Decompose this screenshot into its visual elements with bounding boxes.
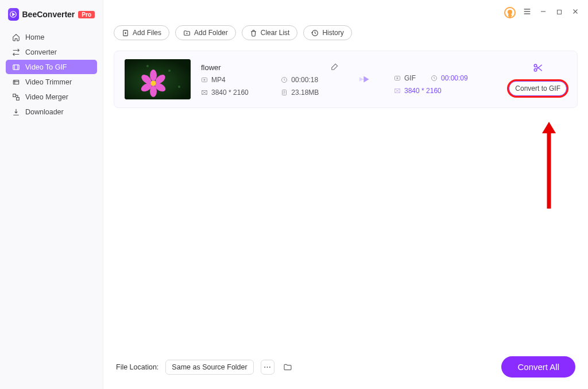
- target-format: GIF: [394, 74, 416, 82]
- convert-to-gif-button[interactable]: Convert to GIF: [509, 81, 567, 96]
- convert-all-button[interactable]: Convert All: [501, 356, 575, 378]
- file-name: flower: [201, 63, 221, 72]
- button-label: Add Folder: [194, 29, 228, 37]
- trim-icon[interactable]: [533, 63, 543, 75]
- app-logo-icon: [8, 8, 19, 21]
- home-icon: [11, 33, 20, 41]
- file-location-value: Same as Source Folder: [172, 363, 247, 371]
- window-close-icon[interactable]: [571, 7, 580, 18]
- file-card: flower MP4 00:00:18: [114, 51, 578, 108]
- svg-rect-3: [13, 94, 16, 97]
- button-label: Clear List: [261, 29, 290, 37]
- svg-point-28: [534, 69, 537, 72]
- gif-icon: [11, 63, 20, 71]
- window-maximize-icon[interactable]: [555, 7, 564, 18]
- app-name: BeeConverter: [22, 10, 75, 19]
- file-thumbnail[interactable]: [125, 59, 191, 99]
- svg-point-10: [168, 70, 171, 72]
- svg-rect-2: [13, 80, 18, 84]
- download-icon: [11, 107, 20, 116]
- sidebar: BeeConverter Pro Home Converter Video To…: [0, 0, 103, 389]
- arrow-right-icon: [358, 74, 374, 85]
- clear-list-button[interactable]: Clear List: [242, 25, 298, 40]
- svg-rect-1: [13, 64, 19, 69]
- edit-name-icon[interactable]: [331, 63, 339, 72]
- sidebar-item-home[interactable]: Home: [6, 30, 97, 44]
- location-options-button[interactable]: ⋯: [261, 360, 274, 375]
- target-duration: 00:00:09: [431, 74, 468, 82]
- sidebar-item-downloader[interactable]: Downloader: [6, 105, 97, 119]
- source-format: MP4: [201, 76, 268, 84]
- svg-point-9: [146, 65, 149, 67]
- sidebar-item-video-merger[interactable]: Video Merger: [6, 90, 97, 104]
- toolbar: Add Files Add Folder Clear List History: [103, 25, 588, 46]
- window-minimize-icon[interactable]: [539, 7, 548, 18]
- svg-point-13: [150, 70, 157, 81]
- sidebar-item-video-to-gif[interactable]: Video To GIF: [6, 60, 97, 74]
- open-folder-icon[interactable]: [281, 361, 294, 373]
- source-resolution: 3840 * 2160: [201, 88, 268, 97]
- file-list: flower MP4 00:00:18: [103, 46, 588, 348]
- sidebar-item-label: Home: [25, 33, 44, 41]
- source-size: 23.18MB: [281, 88, 339, 97]
- sidebar-item-label: Video Merger: [25, 93, 68, 101]
- svg-point-11: [178, 86, 180, 88]
- sidebar-item-label: Video Trimmer: [25, 78, 72, 86]
- target-info: GIF 00:00:09 3840 * 2160: [394, 64, 497, 95]
- footer-bar: File Location: Same as Source Folder ⋯ C…: [103, 348, 588, 389]
- sidebar-item-label: Downloader: [25, 108, 64, 116]
- add-files-button[interactable]: Add Files: [114, 25, 169, 40]
- card-actions: Convert to GIF: [509, 63, 567, 96]
- trimmer-icon: [11, 78, 20, 86]
- pro-badge: Pro: [78, 11, 95, 18]
- source-duration: 00:00:18: [281, 76, 339, 84]
- source-info: flower MP4 00:00:18: [201, 63, 339, 97]
- target-resolution[interactable]: 3840 * 2160: [394, 87, 497, 95]
- merger-icon: [11, 93, 20, 101]
- svg-point-19: [151, 81, 156, 86]
- svg-rect-4: [16, 97, 19, 100]
- sidebar-item-video-trimmer[interactable]: Video Trimmer: [6, 75, 97, 89]
- app-logo-row: BeeConverter Pro: [0, 5, 103, 29]
- file-location-select[interactable]: Same as Source Folder: [165, 360, 253, 375]
- sidebar-item-label: Video To GIF: [25, 63, 67, 71]
- svg-point-27: [534, 64, 537, 67]
- button-label: History: [322, 29, 343, 37]
- sidebar-item-converter[interactable]: Converter: [6, 45, 97, 59]
- main-panel: Add Files Add Folder Clear List History: [103, 0, 588, 389]
- titlebar: [103, 0, 588, 25]
- add-folder-button[interactable]: Add Folder: [175, 25, 236, 40]
- account-avatar-icon[interactable]: [504, 7, 516, 18]
- button-label: Add Files: [133, 29, 161, 37]
- file-location-label: File Location:: [116, 363, 158, 371]
- sidebar-item-label: Converter: [25, 48, 57, 56]
- converter-icon: [11, 48, 20, 56]
- svg-rect-5: [558, 10, 562, 14]
- history-button[interactable]: History: [303, 25, 351, 40]
- menu-icon[interactable]: [523, 7, 532, 18]
